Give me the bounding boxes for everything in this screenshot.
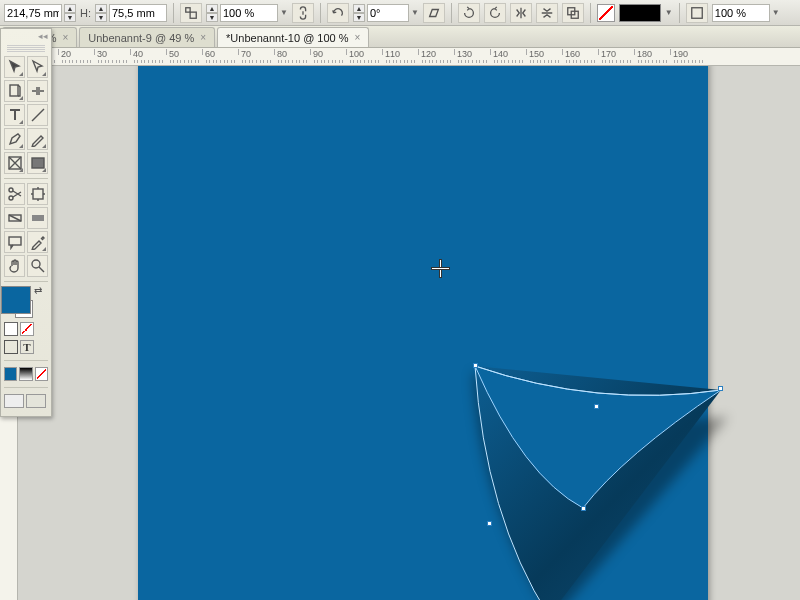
gradient-feather-tool[interactable]: [27, 207, 48, 229]
no-color-icon[interactable]: [20, 322, 34, 336]
frame-tool[interactable]: [4, 152, 25, 174]
document-tab-3[interactable]: *Unbenannt-10 @ 100 % ×: [217, 27, 369, 47]
page-tool[interactable]: [4, 80, 25, 102]
workspace: 1020304050607080901001101201301401501601…: [0, 48, 800, 600]
svg-rect-5: [10, 85, 18, 96]
rotate-icon[interactable]: [327, 3, 349, 23]
svg-rect-10: [33, 189, 43, 199]
height-label: H:: [80, 7, 91, 19]
control-handle[interactable]: [581, 506, 586, 511]
width-spin-up[interactable]: ▲: [64, 4, 76, 13]
fill-swatch[interactable]: [619, 4, 661, 22]
gap-tool[interactable]: [27, 80, 48, 102]
height-field[interactable]: ▲▼: [95, 3, 167, 23]
svg-point-14: [32, 260, 40, 268]
panel-grip[interactable]: [7, 45, 45, 52]
link-scale-icon[interactable]: [292, 3, 314, 23]
crosshair-cursor-icon: [432, 260, 449, 277]
effects-icon[interactable]: [686, 3, 708, 23]
pagecurl-shadow: [463, 322, 743, 600]
gradient-swatch-tool[interactable]: [4, 207, 25, 229]
svg-rect-7: [32, 158, 44, 168]
ruler-horizontal[interactable]: 1020304050607080901001101201301401501601…: [18, 48, 800, 66]
height-spin-up[interactable]: ▲: [95, 4, 107, 13]
toolbox-panel[interactable]: ◂◂ ⇄ T: [0, 28, 52, 417]
close-icon[interactable]: ×: [200, 32, 206, 43]
scale-x-field[interactable]: ▲▼ ▼: [206, 3, 288, 23]
width-field[interactable]: ▲▼: [4, 3, 76, 23]
rotate-ccw-icon[interactable]: [458, 3, 480, 23]
anchor-handle[interactable]: [473, 363, 478, 368]
select-tool[interactable]: [4, 56, 25, 78]
screen-mode-preview-icon[interactable]: [26, 394, 46, 408]
formatting-text-icon[interactable]: T: [20, 340, 34, 354]
angle-field[interactable]: ▲▼ ▼: [353, 3, 419, 23]
svg-rect-13: [9, 237, 21, 245]
pencil-tool[interactable]: [27, 128, 48, 150]
screen-mode-normal-icon[interactable]: [4, 394, 24, 408]
swap-fill-stroke-icon[interactable]: ⇄: [34, 285, 42, 296]
stroke-none-icon[interactable]: [597, 4, 615, 22]
document-tab-2[interactable]: Unbenannt-9 @ 49 % ×: [79, 27, 215, 47]
svg-rect-1: [190, 12, 196, 18]
flip-h-icon[interactable]: [510, 3, 532, 23]
fill-stroke-indicator[interactable]: ⇄: [1, 286, 47, 320]
scale-proportional-icon[interactable]: [180, 3, 202, 23]
height-spin-down[interactable]: ▼: [95, 13, 107, 22]
default-colors-icon[interactable]: [4, 322, 18, 336]
svg-point-8: [9, 188, 13, 192]
scissors-tool[interactable]: [4, 183, 25, 205]
type-tool[interactable]: [4, 104, 25, 126]
svg-point-9: [9, 196, 13, 200]
flip-v-icon[interactable]: [536, 3, 558, 23]
width-spin-down[interactable]: ▼: [64, 13, 76, 22]
formatting-container-icon[interactable]: [4, 340, 18, 354]
eyedropper-tool[interactable]: [27, 231, 48, 253]
svg-rect-4: [692, 7, 703, 18]
close-icon[interactable]: ×: [355, 32, 361, 43]
apply-none-icon[interactable]: [35, 367, 48, 381]
height-input[interactable]: [109, 4, 167, 22]
direct-select-tool[interactable]: [27, 56, 48, 78]
control-handle[interactable]: [594, 404, 599, 409]
width-input[interactable]: [4, 4, 62, 22]
control-handle[interactable]: [487, 521, 492, 526]
rotate-cw-icon[interactable]: [484, 3, 506, 23]
close-icon[interactable]: ×: [62, 32, 68, 43]
canvas[interactable]: [18, 66, 800, 600]
hand-tool[interactable]: [4, 255, 25, 277]
property-bar: ▲▼ H: ▲▼ ▲▼ ▼ ▲▼ ▼ ▼ ▼: [0, 0, 800, 26]
svg-rect-12: [32, 215, 44, 221]
apply-color-icon[interactable]: [4, 367, 17, 381]
anchor-handle[interactable]: [718, 386, 723, 391]
arrange-icon[interactable]: [562, 3, 584, 23]
note-tool[interactable]: [4, 231, 25, 253]
opacity-field[interactable]: ▼: [712, 3, 780, 23]
line-tool[interactable]: [27, 104, 48, 126]
fill-color-swatch[interactable]: ⇄: [1, 286, 31, 314]
free-transform-tool[interactable]: [27, 183, 48, 205]
document-tabstrip: @ 100 % × Unbenannt-9 @ 49 % × *Unbenann…: [0, 26, 800, 48]
pen-tool[interactable]: [4, 128, 25, 150]
panel-collapse-icon[interactable]: ◂◂: [1, 29, 51, 43]
shear-icon[interactable]: [423, 3, 445, 23]
apply-gradient-icon[interactable]: [19, 367, 32, 381]
zoom-tool[interactable]: [27, 255, 48, 277]
rectangle-tool[interactable]: [27, 152, 48, 174]
